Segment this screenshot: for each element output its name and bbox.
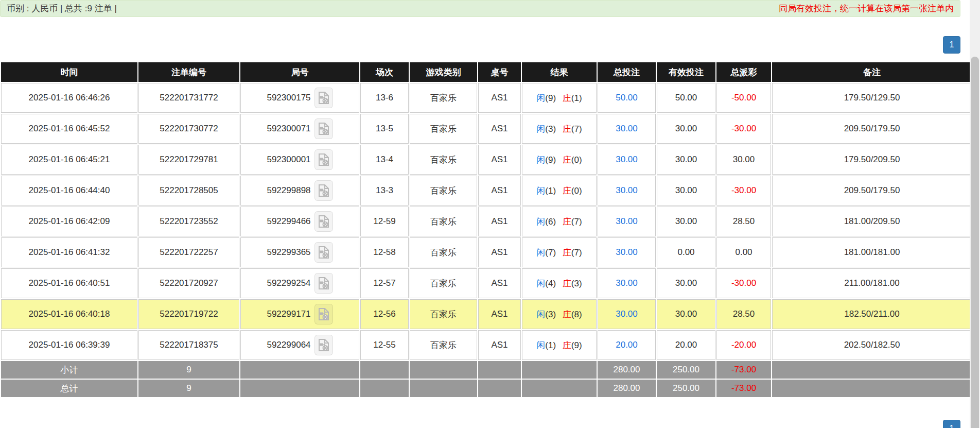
cell-session: 13-3 <box>360 176 409 206</box>
video-replay-button[interactable] <box>314 242 333 263</box>
round-number: 592299466 <box>267 216 310 227</box>
cell-bet-id: 522201730772 <box>138 114 239 144</box>
table-row: 2025-01-16 06:41:32522201722257592299365… <box>1 237 972 267</box>
bet-records-page: 币别 : 人民币 | 总共 :9 注单 | 同局有效投注，统一计算在该局第一张注… <box>0 0 960 398</box>
cell-remark: 179.50/129.50 <box>772 83 972 113</box>
video-replay-button[interactable] <box>314 180 333 201</box>
cell-total-bet: 30.00 <box>598 299 656 329</box>
round-number: 592299365 <box>267 247 310 258</box>
total-bet-link[interactable]: 30.00 <box>616 155 638 164</box>
cell-round: 592299064 <box>240 330 359 360</box>
cell-result: 闲(9) 庄(0) <box>522 145 597 175</box>
pagination-bottom: 1 <box>943 420 960 428</box>
cell-table-no: AS1 <box>478 207 521 236</box>
cell-table-no: AS1 <box>478 114 521 144</box>
scrollbar-thumb[interactable] <box>971 57 979 428</box>
banker-result: 庄(7) <box>563 217 582 227</box>
total-bet-link[interactable]: 30.00 <box>616 247 638 257</box>
cell-valid-bet: 0.00 <box>657 237 715 267</box>
table-row: 2025-01-16 06:40:18522201719722592299171… <box>1 299 972 329</box>
cell-table-no: AS1 <box>478 268 521 298</box>
cell-valid-bet: 30.00 <box>657 299 715 329</box>
page-1-button[interactable]: 1 <box>943 420 960 428</box>
table-row: 2025-01-16 06:45:52522201730772592300071… <box>1 114 972 144</box>
round-number: 592300071 <box>267 124 310 134</box>
banker-result: 庄(0) <box>563 155 582 165</box>
cell-table-no: AS1 <box>478 145 521 175</box>
player-result: 闲(1) <box>536 186 556 196</box>
cell-valid-bet: 30.00 <box>657 145 715 175</box>
column-header: 总投注 <box>598 62 656 82</box>
video-replay-button[interactable] <box>314 149 333 170</box>
cell-session: 12-56 <box>360 299 409 329</box>
page-1-button[interactable]: 1 <box>943 36 960 54</box>
cell-bet-id: 522201718375 <box>138 330 239 360</box>
cell-session: 12-57 <box>360 268 409 298</box>
total-bet-link[interactable]: 30.00 <box>616 216 638 226</box>
cell-total-bet: 30.00 <box>598 237 656 267</box>
footer-empty-cell <box>240 380 359 397</box>
footer-empty-cell <box>360 361 409 379</box>
column-header: 结果 <box>522 62 597 82</box>
player-result: 闲(7) <box>536 248 556 258</box>
video-replay-icon <box>318 277 329 290</box>
footer-empty-cell <box>772 361 972 379</box>
total-row: 总计9280.00250.00-73.00 <box>1 380 972 397</box>
video-replay-button[interactable] <box>314 88 333 108</box>
footer-total-bet: 280.00 <box>598 361 656 379</box>
banker-result: 庄(8) <box>563 310 582 319</box>
footer-empty-cell <box>240 361 359 379</box>
video-replay-icon <box>318 153 329 166</box>
video-replay-icon <box>318 215 329 228</box>
video-replay-button[interactable] <box>314 304 333 324</box>
cell-game-type: 百家乐 <box>410 114 477 144</box>
cell-remark: 181.00/209.50 <box>772 207 972 236</box>
cell-bet-id: 522201720927 <box>138 268 239 298</box>
footer-count: 9 <box>138 361 239 379</box>
subtotal-row: 小计9280.00250.00-73.00 <box>1 361 972 379</box>
round-number: 592299171 <box>267 309 310 319</box>
cell-time: 2025-01-16 06:46:26 <box>1 83 137 113</box>
footer-empty-cell <box>360 380 409 397</box>
total-bet-link[interactable]: 30.00 <box>616 309 638 319</box>
footer-payout: -73.00 <box>716 361 771 379</box>
total-bet-link[interactable]: 30.00 <box>616 278 638 288</box>
total-bet-link[interactable]: 20.00 <box>616 340 638 350</box>
total-bet-link[interactable]: 50.00 <box>616 93 638 102</box>
cell-valid-bet: 50.00 <box>657 83 715 113</box>
cell-valid-bet: 30.00 <box>657 114 715 144</box>
cell-round: 592299898 <box>240 176 359 206</box>
cell-remark: 179.50/209.50 <box>772 145 972 175</box>
column-header: 时间 <box>1 62 137 82</box>
cell-result: 闲(4) 庄(3) <box>522 268 597 298</box>
total-bet-link[interactable]: 30.00 <box>616 124 638 133</box>
banker-result: 庄(3) <box>563 279 582 288</box>
footer-empty-cell <box>772 380 972 397</box>
video-replay-button[interactable] <box>314 211 333 232</box>
footer-empty-cell <box>522 361 597 379</box>
info-bar: 币别 : 人民币 | 总共 :9 注单 | 同局有效投注，统一计算在该局第一张注… <box>0 0 960 17</box>
vertical-scrollbar[interactable] <box>970 0 980 428</box>
cell-session: 13-6 <box>360 83 409 113</box>
cell-payout: -30.00 <box>716 114 771 144</box>
cell-session: 13-4 <box>360 145 409 175</box>
footer-payout: -73.00 <box>716 380 771 397</box>
video-replay-button[interactable] <box>314 335 333 355</box>
banker-result: 庄(9) <box>563 340 582 350</box>
video-replay-icon <box>318 246 329 259</box>
cell-total-bet: 50.00 <box>598 83 656 113</box>
footer-label: 小计 <box>1 361 137 379</box>
video-replay-icon <box>318 184 329 197</box>
cell-valid-bet: 30.00 <box>657 207 715 236</box>
cell-remark: 209.50/179.50 <box>772 176 972 206</box>
video-replay-button[interactable] <box>314 118 333 139</box>
footer-empty-cell <box>478 361 521 379</box>
total-bet-link[interactable]: 30.00 <box>616 185 638 195</box>
player-result: 闲(3) <box>536 310 556 319</box>
cell-time: 2025-01-16 06:40:18 <box>1 299 137 329</box>
cell-bet-id: 522201728505 <box>138 176 239 206</box>
round-number: 592299254 <box>267 278 310 288</box>
cell-result: 闲(7) 庄(7) <box>522 237 597 267</box>
video-replay-button[interactable] <box>314 273 333 294</box>
banker-result: 庄(7) <box>563 124 582 134</box>
